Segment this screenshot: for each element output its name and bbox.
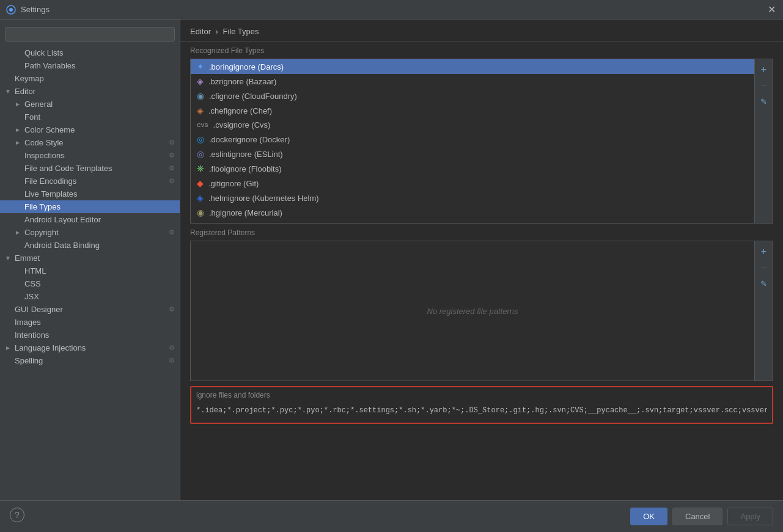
sidebar-item-font[interactable]: Font [0,111,180,123]
sidebar-item-keymap[interactable]: Keymap [0,72,180,85]
sidebar-label-keymap: Keymap [15,74,175,83]
ft-icon-cfignore: ◉ [197,91,204,101]
sidebar-item-color-scheme[interactable]: ►Color Scheme [0,123,180,136]
remove-pattern-button[interactable]: − [757,261,771,274]
sidebar-label-font: Font [24,112,175,122]
breadcrumb-part-1: Editor [190,27,211,36]
file-types-list-container: ✦.boringignore (Darcs)◈.bzrignore (Bazaa… [190,59,773,224]
ignore-input[interactable] [196,402,767,419]
sidebar-label-code-style: Code Style [24,138,169,147]
recognized-file-types-header: Recognized File Types [180,42,783,59]
sidebar-item-live-templates[interactable]: Live Templates [0,188,180,200]
ft-label-bzrignore: .bzrignore (Bazaar) [208,77,276,86]
file-type-item-bzrignore[interactable]: ◈.bzrignore (Bazaar) [191,74,754,89]
sidebar-item-general[interactable]: ►General [0,98,180,111]
sidebar: Quick ListsPath VariablesKeymap▼Editor►G… [0,20,180,500]
search-input[interactable] [5,27,175,42]
ft-icon-chefignore: ◈ [197,106,204,115]
arrow-icon-language-injections: ► [5,344,12,351]
sidebar-item-android-data-binding[interactable]: Android Data Binding [0,239,180,252]
sidebar-items-container: Quick ListsPath VariablesKeymap▼Editor►G… [0,46,180,367]
file-type-item-eslintignore[interactable]: ◎.eslintignore (ESLint) [191,147,754,161]
ft-icon-cvsignore: CVS [197,122,208,128]
arrow-icon-copyright: ► [15,229,22,236]
sidebar-item-intentions[interactable]: Intentions [0,329,180,341]
svg-point-1 [9,8,13,12]
sidebar-item-emmet[interactable]: ▼Emmet [0,252,180,264]
gear-icon-copyright: ⚙ [169,228,175,236]
ft-label-eslintignore: .eslintignore (ESLint) [209,150,283,159]
file-type-item-cvsignore[interactable]: CVS.cvsignore (Cvs) [191,118,754,132]
sidebar-item-editor[interactable]: ▼Editor [0,85,180,98]
gear-icon-code-style: ⚙ [169,139,175,147]
ok-button[interactable]: OK [630,508,667,525]
sidebar-item-html[interactable]: HTML [0,264,180,277]
sidebar-label-gui-designer: GUI Designer [15,305,169,314]
sidebar-item-code-style[interactable]: ►Code Style⚙ [0,136,180,149]
sidebar-label-css: CSS [24,279,175,288]
file-type-item-cfignore[interactable]: ◉.cfignore (CloudFoundry) [191,89,754,103]
file-type-item-hgignore[interactable]: ◉.hgignore (Mercurial) [191,205,754,220]
ft-label-ignore: .ignore (Ignore) [209,223,263,224]
sidebar-item-language-injections[interactable]: ►Language Injections⚙ [0,341,180,354]
ft-icon-ignore: ✱ [197,222,204,223]
sidebar-label-copyright: Copyright [24,228,169,237]
sidebar-item-spelling[interactable]: Spelling⚙ [0,354,180,367]
sidebar-label-quick-lists: Quick Lists [24,48,175,57]
sidebar-item-file-types[interactable]: File Types [0,200,180,213]
ft-icon-hgignore: ◉ [197,208,204,217]
sidebar-item-quick-lists[interactable]: Quick Lists [0,46,180,59]
gear-icon-file-encodings: ⚙ [169,177,175,185]
file-type-item-chefignore[interactable]: ◈.chefignore (Chef) [191,103,754,118]
sidebar-label-spelling: Spelling [15,356,169,365]
gear-icon-language-injections: ⚙ [169,344,175,352]
file-type-item-ignore[interactable]: ✱.ignore (Ignore) [191,220,754,223]
ft-icon-bzrignore: ◈ [197,76,204,86]
file-types-list[interactable]: ✦.boringignore (Darcs)◈.bzrignore (Bazaa… [191,59,754,223]
add-pattern-button[interactable]: + [757,245,771,258]
remove-file-type-button[interactable]: − [757,79,771,92]
file-type-item-helmignore[interactable]: ◈.helmignore (Kubernetes Helm) [191,191,754,205]
sidebar-label-live-templates: Live Templates [24,189,175,199]
sidebar-item-android-layout-editor[interactable]: Android Layout Editor [0,213,180,226]
sidebar-label-jsx: JSX [24,292,175,301]
patterns-empty-text: No registered file patterns [427,307,518,316]
help-button[interactable]: ? [10,508,24,522]
ft-label-boringignore: .boringignore (Darcs) [209,62,284,71]
add-file-type-button[interactable]: + [757,63,771,76]
sidebar-item-css[interactable]: CSS [0,277,180,290]
file-type-item-dockerignore[interactable]: ◎.dockerignore (Docker) [191,132,754,147]
ft-icon-dockerignore: ◎ [197,134,204,144]
sidebar-item-jsx[interactable]: JSX [0,290,180,303]
sidebar-label-emmet: Emmet [15,253,175,263]
close-button[interactable]: ✕ [768,5,776,15]
breadcrumb: Editor › File Types [180,20,783,42]
file-type-item-boringignore[interactable]: ✦.boringignore (Darcs) [191,59,754,74]
sidebar-label-file-encodings: File Encodings [24,177,169,186]
content-area: Editor › File Types Recognized File Type… [180,20,783,500]
cancel-button[interactable]: Cancel [672,508,722,525]
sidebar-label-html: HTML [24,266,175,275]
gear-icon-file-and-code-templates: ⚙ [169,164,175,172]
sidebar-item-images[interactable]: Images [0,316,180,329]
file-type-item-flooignore[interactable]: ❋.flooignore (Floobits) [191,161,754,176]
edit-pattern-button[interactable]: ✎ [757,277,771,290]
sidebar-item-file-encodings[interactable]: File Encodings⚙ [0,175,180,188]
file-type-item-gitignore[interactable]: ◆.gitignore (Git) [191,176,754,191]
ft-icon-eslintignore: ◎ [197,149,204,159]
sidebar-label-path-variables: Path Variables [24,61,175,70]
arrow-icon-editor: ▼ [5,88,12,95]
sidebar-label-language-injections: Language Injections [15,343,169,352]
patterns-list-container: No registered file patterns + − ✎ [190,241,773,381]
edit-file-type-button[interactable]: ✎ [757,95,771,108]
sidebar-item-inspections[interactable]: Inspections⚙ [0,149,180,162]
sidebar-item-path-variables[interactable]: Path Variables [0,59,180,72]
ft-label-chefignore: .chefignore (Chef) [208,106,272,115]
ft-icon-flooignore: ❋ [197,164,204,173]
sidebar-item-gui-designer[interactable]: GUI Designer⚙ [0,303,180,316]
ft-label-cfignore: .cfignore (CloudFoundry) [209,92,297,101]
sidebar-item-file-and-code-templates[interactable]: File and Code Templates⚙ [0,162,180,175]
ft-label-hgignore: .hgignore (Mercurial) [209,208,282,217]
sidebar-item-copyright[interactable]: ►Copyright⚙ [0,226,180,239]
apply-button[interactable]: Apply [727,508,773,525]
